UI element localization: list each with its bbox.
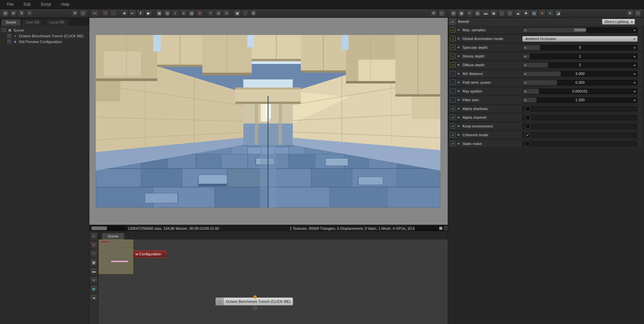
expand-arrow-icon[interactable]: ▶ — [458, 89, 460, 93]
slider-ray-epsilon[interactable]: 0.000101◀▶ — [522, 88, 638, 94]
nodegraph-canvas[interactable]: w Configuration ● Octane Benchmark Trenc… — [98, 240, 448, 324]
increment-icon[interactable]: ▶ — [633, 89, 637, 94]
node-octane-benchmark-trench[interactable]: ● Octane Benchmark Trench (CLICK ME) — [215, 297, 293, 305]
expand-arrow-icon[interactable]: ▶ — [458, 46, 460, 49]
restart-frame-icon[interactable]: ⇤ — [129, 10, 136, 17]
tree-item-octane-benchmark-trench-click-me[interactable]: +●Octane Benchmark Trench (CLICK ME) — [0, 33, 89, 39]
increment-icon[interactable]: ▶ — [633, 54, 637, 59]
increment-icon[interactable]: ▶ — [633, 98, 637, 103]
node-stack-icon[interactable]: ▤ — [450, 10, 457, 17]
menu-item-script[interactable]: Script — [36, 0, 56, 8]
texture-icon[interactable]: ● — [547, 10, 554, 17]
nodegraph-tab-scene[interactable]: Scene — [102, 233, 124, 240]
checkbox-coherent-mode[interactable]: ✓ — [525, 133, 530, 138]
alpha-channel-icon[interactable]: α — [180, 10, 187, 17]
tab-scene[interactable]: Scene — [1, 19, 21, 26]
decrement-icon[interactable]: ◀ — [523, 71, 527, 76]
expand-all-icon[interactable]: ⊞ — [10, 10, 17, 17]
increment-icon[interactable]: ▶ — [633, 28, 637, 33]
kernel-type-dropdown[interactable]: Direct Lighting ▼ — [602, 19, 635, 25]
decrement-icon[interactable]: ◀ — [523, 63, 527, 68]
wrench-icon[interactable]: ⚙ — [430, 10, 437, 17]
slider-path-term-power[interactable]: 0.300◀▶ — [522, 80, 638, 85]
float-pin-icon[interactable]: ∕ — [450, 97, 455, 102]
stop-refresh-icon[interactable]: ⊘ — [102, 10, 109, 17]
expand-arrow-icon[interactable]: ▶ — [458, 28, 460, 31]
int-pin-icon[interactable]: ≡ — [450, 62, 455, 67]
maximize-icon[interactable]: ◰ — [634, 10, 642, 17]
expand-arrow-icon[interactable]: ▶ — [458, 63, 460, 66]
deep-image-icon[interactable]: ▨ — [188, 10, 195, 17]
copy-image-icon[interactable]: ▣ — [234, 10, 241, 17]
maximize-icon[interactable]: ◰ — [79, 10, 87, 17]
texture-icon[interactable]: ◉ — [90, 285, 97, 293]
stop-icon[interactable]: ■ — [121, 10, 128, 17]
bool-pin-icon[interactable]: ⇄ — [450, 123, 455, 129]
menu-item-file[interactable]: File — [2, 0, 18, 8]
save-image-icon[interactable]: ↓ — [242, 10, 249, 17]
checkbox-keep-environment[interactable] — [525, 124, 530, 129]
slider-diffuse-depth[interactable]: 2◀▶ — [522, 62, 638, 68]
expand-arrow-icon[interactable]: ▶ — [458, 98, 460, 101]
expand-arrow-icon[interactable]: ▶ — [458, 116, 460, 119]
slider-max-samples[interactable]: 256000◀▶ — [522, 27, 638, 33]
menu-item-edit[interactable]: Edit — [18, 0, 36, 8]
checkbox-static-noise[interactable] — [525, 142, 530, 146]
expand-arrow-icon[interactable]: ▶ — [458, 142, 460, 145]
slider-ao-distance[interactable]: 3.000◀▶ — [522, 71, 638, 77]
decrement-icon[interactable]: ◀ — [523, 80, 527, 85]
restart-render-icon[interactable]: → — [110, 10, 117, 17]
node-palette-icon[interactable]: ▦ — [90, 259, 97, 266]
wrench-icon[interactable]: ⚙ — [71, 10, 79, 17]
box-icon[interactable]: ◪ — [555, 10, 562, 17]
delete-node-icon[interactable]: ⊘ — [90, 242, 97, 249]
tree-item-scene[interactable]: -▣Scene — [0, 27, 89, 33]
expand-icon[interactable]: + — [7, 34, 11, 38]
decrement-icon[interactable]: ◀ — [523, 45, 527, 50]
node-input-pin[interactable] — [253, 295, 257, 298]
tab-live-db[interactable]: Live DB — [22, 19, 44, 26]
expand-arrow-icon[interactable]: ▶ — [458, 107, 460, 110]
increment-icon[interactable]: ▶ — [633, 45, 637, 50]
slider-glossy-depth[interactable]: 1◀▶ — [522, 53, 638, 59]
increment-icon[interactable]: ▶ — [633, 80, 637, 85]
int-pin-icon[interactable]: ≡ — [450, 36, 455, 41]
slider-specular-depth[interactable]: 5◀▶ — [522, 45, 638, 50]
collapse-icon[interactable]: - — [2, 28, 6, 32]
checkbox-alpha-channel[interactable] — [525, 115, 530, 120]
bool-pin-icon[interactable]: ⇄ — [450, 106, 455, 111]
render-viewport[interactable] — [89, 18, 448, 225]
play-icon[interactable]: ▶ — [145, 10, 152, 17]
clay-mode-icon[interactable]: ◐ — [172, 10, 179, 17]
increment-icon[interactable]: ▶ — [633, 71, 637, 76]
dropdown-global-illumination-mode[interactable]: Ambient Occlusion▼ — [522, 36, 638, 42]
zoom-icon[interactable]: ◎ — [215, 10, 222, 17]
slider-filter-size[interactable]: 1.200◀▶ — [522, 97, 638, 103]
pan-icon[interactable]: + — [207, 10, 214, 17]
render-passes-icon[interactable]: ▦ — [156, 10, 163, 17]
script-icon[interactable]: ▥ — [474, 10, 481, 17]
region-select-icon[interactable]: ▭ — [91, 10, 98, 17]
sync-selection-icon[interactable]: ⇅ — [18, 10, 25, 17]
snap-grid-icon[interactable]: ∷ — [90, 250, 97, 258]
collapse-all-icon[interactable]: ▤ — [2, 10, 9, 17]
int-pin-icon[interactable]: ≡ — [450, 27, 455, 32]
expand-arrow-icon[interactable]: ▶ — [458, 37, 460, 40]
bool-pin-icon[interactable]: ⇄ — [450, 115, 455, 120]
expand-arrow-icon[interactable]: ▶ — [458, 133, 460, 136]
environment-icon[interactable]: ☁ — [514, 10, 522, 17]
nodegraph-frame[interactable] — [99, 240, 133, 274]
clear-region-icon[interactable]: ⊠ — [196, 10, 203, 17]
expand-icon[interactable]: + — [7, 40, 11, 43]
maximize-icon[interactable]: ◰ — [438, 10, 445, 17]
lock-resolution-icon[interactable]: Ω — [250, 10, 257, 17]
subsampling-icon[interactable]: ▥ — [164, 10, 171, 17]
monitor-icon[interactable]: ▢ — [498, 10, 506, 17]
pause-icon[interactable]: ‖ — [137, 10, 144, 17]
tree-item-old-preview-configuration[interactable]: +◈Old Preview Configuration — [0, 39, 89, 44]
material-icon[interactable]: ● — [90, 277, 97, 284]
int-pin-icon[interactable]: ≡ — [450, 53, 455, 59]
increment-icon[interactable]: ▶ — [633, 63, 637, 68]
float-pin-icon[interactable]: ∕ — [450, 80, 455, 85]
camera-icon[interactable]: ◉ — [490, 10, 497, 17]
